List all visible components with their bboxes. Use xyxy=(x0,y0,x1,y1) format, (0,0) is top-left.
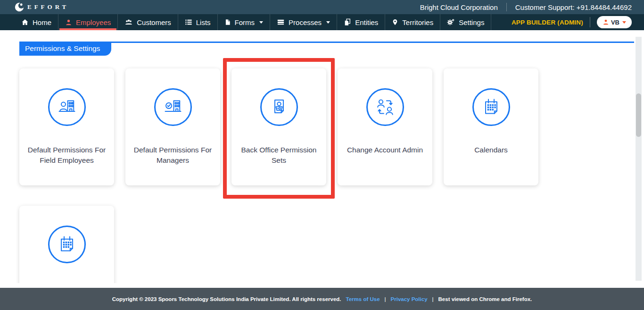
topbar-divider xyxy=(506,3,507,11)
gear-icon xyxy=(447,18,455,26)
icon-circle xyxy=(472,88,510,126)
footer-separator: | xyxy=(432,296,434,302)
nav-item-label: Home xyxy=(33,18,51,26)
scrollbar-track[interactable] xyxy=(636,37,642,281)
card-calendars[interactable]: Calendars xyxy=(444,68,538,185)
icon-circle xyxy=(48,88,86,126)
chevron-down-icon xyxy=(326,21,330,24)
top-bar: EFFORT Bright Cloud Corporation Customer… xyxy=(0,0,644,14)
scrollbar-thumb[interactable] xyxy=(636,93,641,137)
nav-item-entities[interactable]: Entities xyxy=(337,14,385,30)
stack-icon xyxy=(277,18,285,26)
nav-item-processes[interactable]: Processes xyxy=(270,14,337,30)
chevron-down-icon xyxy=(622,21,626,24)
icon-circle xyxy=(366,88,404,126)
calendar-icon xyxy=(56,233,78,256)
icon-circle xyxy=(48,226,86,263)
card-label: Default Permissions For Managers xyxy=(125,145,220,166)
nav-item-customers[interactable]: Customers xyxy=(118,14,178,30)
check-building-icon xyxy=(162,96,184,118)
list-icon xyxy=(185,18,192,26)
card-label: Change Account Admin xyxy=(338,145,432,155)
main-nav: Home Employees Customers Lists Forms xyxy=(0,14,644,30)
privacy-policy-link[interactable]: Privacy Policy xyxy=(391,296,428,302)
nav-item-label: Settings xyxy=(459,18,484,26)
card-label: Default Permissions For Field Employees xyxy=(19,145,114,166)
swap-users-icon xyxy=(374,96,396,118)
card-default-permissions-field-employees[interactable]: Default Permissions For Field Employees xyxy=(19,68,114,185)
user-avatar-icon xyxy=(603,19,609,25)
brand-logo: EFFORT xyxy=(14,2,69,12)
nav-item-label: Territories xyxy=(402,18,433,26)
user-initials: VB xyxy=(611,19,619,26)
person-icon xyxy=(65,19,72,26)
people-icon xyxy=(124,18,133,26)
nav-item-employees[interactable]: Employees xyxy=(58,14,118,30)
nav-item-lists[interactable]: Lists xyxy=(178,14,218,30)
company-name: Bright Cloud Corporation xyxy=(420,3,498,11)
nav-divider xyxy=(590,17,590,27)
footer-separator: | xyxy=(385,296,386,302)
nav-item-label: Lists xyxy=(196,18,211,26)
highlight-rectangle xyxy=(223,58,335,199)
brand-name: EFFORT xyxy=(27,3,69,11)
nav-item-home[interactable]: Home xyxy=(14,14,58,30)
best-viewed-text: Best viewed on Chrome and Firefox. xyxy=(438,296,532,302)
footer: Copyright © 2023 Spoors Technology Solut… xyxy=(0,288,644,310)
nav-item-label: Entities xyxy=(355,18,378,26)
section-tab: Permissions & Settings xyxy=(19,42,111,56)
icon-circle xyxy=(154,88,192,126)
customer-support-text: Customer Support: +91.84484.44692 xyxy=(515,3,632,11)
app-builder-admin-link[interactable]: APP BUILDER (ADMIN) xyxy=(512,19,583,26)
pages-icon xyxy=(344,18,351,26)
nav-item-label: Employees xyxy=(76,18,111,26)
file-icon xyxy=(224,18,231,26)
chevron-down-icon xyxy=(259,21,263,24)
card-partial-calendar[interactable] xyxy=(19,206,114,283)
nav-item-label: Processes xyxy=(289,18,322,26)
card-change-account-admin[interactable]: Change Account Admin xyxy=(338,68,432,185)
nav-item-label: Forms xyxy=(235,18,255,26)
nav-item-label: Customers xyxy=(137,18,171,26)
nav-item-forms[interactable]: Forms xyxy=(218,14,271,30)
map-pin-icon xyxy=(392,18,398,26)
calendar-icon xyxy=(480,96,503,118)
main-content: Permissions & Settings Default Permissio… xyxy=(0,30,644,283)
section-rule xyxy=(19,42,634,43)
nav-item-settings[interactable]: Settings xyxy=(440,14,491,30)
card-label: Calendars xyxy=(444,145,538,155)
card-default-permissions-managers[interactable]: Default Permissions For Managers xyxy=(125,68,220,185)
home-icon xyxy=(21,18,29,26)
user-menu-button[interactable]: VB xyxy=(597,16,632,28)
terms-of-use-link[interactable]: Terms of Use xyxy=(346,296,380,302)
effort-logo-icon xyxy=(14,2,25,12)
nav-item-territories[interactable]: Territories xyxy=(385,14,440,30)
person-building-icon xyxy=(56,96,78,118)
copyright-text: Copyright © 2023 Spoors Technology Solut… xyxy=(112,296,341,302)
